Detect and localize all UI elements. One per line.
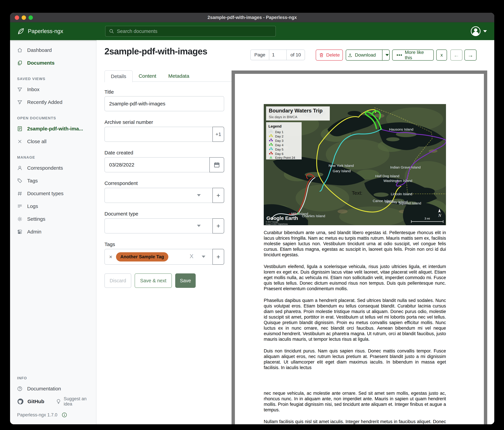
sidebar-item-document-types[interactable]: Document types (10, 187, 96, 200)
correspondent-select[interactable] (104, 188, 224, 203)
date-created-label: Date created (104, 150, 133, 156)
document-type-select[interactable] (104, 218, 224, 234)
legend-label: Day 3 (275, 139, 284, 142)
map-text-annotation: Text: (352, 190, 362, 196)
minimize-window-button[interactable] (22, 15, 26, 20)
close-x-icon: x (441, 52, 443, 58)
download-split-button: Download (346, 49, 390, 61)
zoom-window-button[interactable] (28, 15, 33, 20)
tag-chip[interactable]: Another Sample Tag (116, 252, 169, 262)
title-label: Title (104, 89, 114, 95)
ellipsis-icon: ••• (396, 52, 402, 58)
tags-select[interactable]: × Another Sample Tag (104, 249, 224, 265)
app-window: 2sample-pdf-with-images - Paperless-ngx … (10, 13, 494, 424)
previous-document-button[interactable]: ← (450, 49, 462, 61)
more-like-this-button[interactable]: ••• More like this (392, 49, 434, 61)
save-button[interactable]: Save (175, 273, 196, 288)
github-icon (17, 398, 24, 405)
map-copyright: © 2017 Google (266, 221, 278, 223)
save-next-button[interactable]: Save & next (135, 273, 172, 288)
filter-icon (17, 100, 22, 105)
sidebar-item-recently-added[interactable]: Recently Added (10, 96, 96, 109)
next-document-button[interactable]: → (464, 49, 477, 61)
lightbulb-icon (56, 399, 61, 404)
sidebar-item-admin[interactable]: Admin (10, 225, 96, 238)
page-number-input[interactable] (269, 50, 286, 60)
download-button[interactable]: Download (343, 50, 380, 60)
more-like-this-label: More like this (405, 50, 429, 60)
info-icon[interactable] (62, 412, 67, 418)
user-avatar-icon (470, 26, 481, 37)
brand[interactable]: Paperless-ngx (17, 27, 63, 35)
sidebar-item-open-document[interactable]: 2sample-pdf-with-ima... (10, 122, 96, 135)
chevron-down-icon (386, 54, 389, 56)
title-field[interactable]: 2sample-pdf-with-images (104, 96, 224, 111)
tab-metadata[interactable]: Metadata (162, 70, 195, 82)
add-document-type-button[interactable]: + (212, 218, 224, 234)
sidebar-label: Tags (27, 178, 38, 184)
legend-label: Day 1 (275, 130, 284, 134)
calendar-icon (214, 162, 220, 168)
search-input[interactable]: Search documents (105, 26, 276, 37)
tab-content[interactable]: Content (133, 70, 162, 82)
clear-tags-icon[interactable]: X (190, 253, 193, 260)
sidebar-item-tags[interactable]: Tags (10, 174, 96, 187)
page-label: Page (251, 50, 269, 60)
close-document-button[interactable]: x (436, 49, 447, 61)
document-type-label: Document type (104, 211, 138, 217)
map-subtitle: Six days in BWCA (269, 115, 297, 119)
sidebar-item-dashboard[interactable]: Dashboard (10, 44, 96, 56)
delete-button[interactable]: Delete (316, 49, 343, 61)
correspondent-label: Correspondent (104, 180, 138, 186)
chevron-down-icon (197, 194, 201, 196)
sidebar-item-close-all[interactable]: Close all (10, 135, 96, 148)
date-created-value: 03/28/2022 (109, 162, 134, 168)
hash-icon (17, 191, 22, 196)
sidebar-item-logs[interactable]: Logs (10, 200, 96, 213)
asn-field[interactable] (104, 127, 224, 142)
map-label: Lincoln Island (391, 192, 412, 196)
legend-title: Legend (269, 124, 281, 128)
legend-label: Day 5 (275, 148, 284, 151)
sidebar-item-inbox[interactable]: Inbox (10, 83, 96, 96)
github-link[interactable]: GitHub (17, 398, 44, 405)
map-label: Hausons Island (389, 127, 414, 131)
tab-details[interactable]: Details (104, 70, 133, 82)
github-label: GitHub (27, 399, 44, 404)
sidebar-item-documentation[interactable]: Documentation (10, 382, 96, 395)
suggest-idea-link[interactable]: Suggest an idea (56, 396, 96, 407)
delete-label: Delete (326, 52, 340, 58)
legend-label: Entry Point 24 (275, 156, 295, 159)
add-correspondent-button[interactable]: + (212, 188, 224, 203)
asn-increment-button[interactable]: +1 (212, 127, 224, 142)
trash-icon (319, 53, 324, 57)
asn-increment-label: +1 (216, 131, 221, 137)
sidebar-label: Admin (27, 229, 41, 235)
sidebar-label: Documentation (27, 386, 61, 392)
discard-button[interactable]: Discard (104, 273, 131, 288)
date-created-field[interactable]: 03/28/2022 (104, 157, 224, 172)
paragraph: Vestibulum eleifend, ligula a scelerisqu… (264, 264, 446, 291)
title-value: 2sample-pdf-with-images (109, 101, 165, 107)
google-earth-logo: Google Earth (266, 215, 298, 221)
pdf-preview-panel[interactable]: Hausons Island New York Island Gary Isla… (232, 71, 487, 424)
add-tag-button[interactable]: + (212, 249, 224, 265)
sidebar-item-documents[interactable]: Documents (10, 56, 96, 69)
paragraph: Phasellus dapibus quam a hendrerit place… (264, 298, 446, 342)
arrow-right-icon: → (468, 52, 473, 58)
close-icon (17, 139, 22, 144)
remove-tag-icon[interactable]: × (109, 254, 112, 260)
asn-label: Archive serial number (104, 119, 153, 125)
date-picker-button[interactable] (209, 157, 224, 172)
map-label: Indian Grave Island (390, 165, 421, 169)
sidebar-item-settings[interactable]: Settings (10, 213, 96, 225)
svg-text:N: N (438, 213, 441, 218)
close-window-button[interactable] (15, 15, 19, 20)
sidebar-label: Recently Added (27, 99, 62, 105)
saved-views-heading: SAVED VIEWS (10, 69, 96, 83)
user-menu[interactable] (470, 22, 487, 40)
map-image: Hausons Island New York Island Gary Isla… (264, 104, 446, 225)
sidebar-item-correspondents[interactable]: Correspondents (10, 162, 96, 174)
page-count: of 10 (287, 50, 305, 60)
download-options-button[interactable] (382, 50, 392, 60)
